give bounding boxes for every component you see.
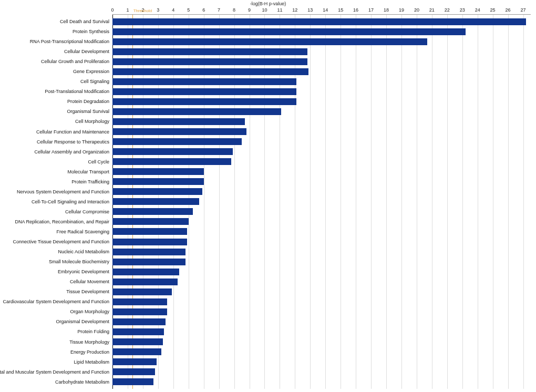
category-label: Molecular Transport xyxy=(67,169,112,175)
category-label: Protein Trafficking xyxy=(71,179,112,185)
bar xyxy=(112,198,199,205)
category-label: Cellular Development xyxy=(64,48,112,55)
x-tick-label: 20 xyxy=(414,7,419,13)
category-label: Carbohydrate Metabolism xyxy=(55,379,112,385)
bar xyxy=(112,348,161,355)
x-tick-label: 12 xyxy=(292,7,297,13)
x-tick-label: 1 xyxy=(126,7,129,13)
bar-row: Cell-To-Cell Signaling and Interaction xyxy=(112,198,531,205)
bar xyxy=(112,28,466,35)
bar xyxy=(112,259,185,265)
x-tick-label: 22 xyxy=(445,7,450,13)
bar-row: Cell Cycle xyxy=(112,158,531,166)
x-tick-label: 25 xyxy=(490,7,496,13)
x-tick-label: 21 xyxy=(429,7,435,13)
x-tick-label: 0 xyxy=(111,7,114,13)
bar-row: Cellular Assembly and Organization xyxy=(112,148,531,156)
bar xyxy=(112,108,281,115)
x-tick-label: 4 xyxy=(172,7,174,13)
bar-row: Embryonic Development xyxy=(112,268,531,275)
category-label: Cellular Function and Maintenance xyxy=(36,129,112,135)
category-label: Cardiovascular System Development and Fu… xyxy=(3,298,112,305)
plot-area: 0123456789101112131415161718192021222324… xyxy=(112,15,531,389)
x-tick-label: 7 xyxy=(218,7,220,13)
category-label: Cell Death and Survival xyxy=(60,18,112,25)
x-tick-label: 17 xyxy=(368,7,374,13)
x-tick-label: 8 xyxy=(233,7,235,13)
bar xyxy=(112,188,202,195)
category-label: Organismal Survival xyxy=(67,108,112,115)
category-label: Connective Tissue Development and Functi… xyxy=(13,239,112,245)
x-tick-label: 23 xyxy=(460,7,465,13)
category-label: DNA Replication, Recombination, and Repa… xyxy=(15,219,112,225)
category-label: Skeletal and Muscular System Development… xyxy=(0,369,112,375)
category-label: Lipid Metabolism xyxy=(74,359,112,365)
category-label: Gene Expression xyxy=(73,68,112,75)
bars-container: Cell Death and SurvivalProtein Synthesis… xyxy=(112,18,531,386)
category-label: Protein Synthesis xyxy=(73,28,112,35)
bar xyxy=(112,48,307,55)
category-label: Protein Folding xyxy=(77,328,112,335)
bar xyxy=(112,118,245,125)
category-label: Tissue Development xyxy=(66,288,112,295)
bar-row: Organismal Development xyxy=(112,318,531,325)
bar-row: Gene Expression xyxy=(112,68,531,75)
bar-row: Cellular Response to Therapeutics xyxy=(112,138,531,146)
bar xyxy=(112,178,204,185)
x-axis-line xyxy=(112,14,531,15)
x-tick-label: 11 xyxy=(277,7,282,13)
bar-row: DNA Replication, Recombination, and Repa… xyxy=(112,218,531,225)
bar-row: Small Molecule Biochemistry xyxy=(112,258,531,265)
x-tick-label: 10 xyxy=(262,7,267,13)
category-label: Cell-To-Cell Signaling and Interaction xyxy=(32,199,112,205)
bar-row: Lipid Metabolism xyxy=(112,358,531,366)
bar-row: Free Radical Scavenging xyxy=(112,228,531,235)
bar-row: Nucleic Acid Metabolism xyxy=(112,248,531,255)
category-label: Nucleic Acid Metabolism xyxy=(58,249,112,255)
category-label: Cellular Movement xyxy=(70,278,112,285)
bar-row: Connective Tissue Development and Functi… xyxy=(112,238,531,245)
threshold-label: Threshold xyxy=(133,8,152,13)
bar xyxy=(112,228,187,235)
bar xyxy=(112,249,185,255)
bar xyxy=(112,78,296,85)
bar-row: RNA Post-Transcriptional Modification xyxy=(112,38,531,45)
bar xyxy=(112,269,179,275)
bar-row: Tissue Morphology xyxy=(112,338,531,346)
bar xyxy=(112,278,178,285)
x-tick-label: 14 xyxy=(323,7,328,13)
x-tick-label: 15 xyxy=(338,7,343,13)
bar xyxy=(112,208,193,215)
category-label: Energy Production xyxy=(70,349,112,355)
bar-row: Protein Folding xyxy=(112,328,531,335)
category-label: Cellular Assembly and Organization xyxy=(34,149,112,155)
bar-row: Cellular Function and Maintenance xyxy=(112,128,531,136)
x-tick-label: 3 xyxy=(157,7,159,13)
bar-row: Cell Death and Survival xyxy=(112,18,531,25)
category-label: Cellular Growth and Proliferation xyxy=(41,58,112,65)
x-tick-label: 6 xyxy=(202,7,205,13)
bar xyxy=(112,318,166,325)
category-label: RNA Post-Transcriptional Modification xyxy=(30,38,112,45)
x-tick-label: 5 xyxy=(187,7,190,13)
bar-row: Nervous System Development and Function xyxy=(112,188,531,195)
bar xyxy=(112,168,204,175)
bar xyxy=(112,38,427,45)
category-label: Small Molecule Biochemistry xyxy=(49,259,112,265)
bar-row: Cellular Movement xyxy=(112,278,531,285)
category-label: Organismal Development xyxy=(56,318,112,325)
x-tick-label: 19 xyxy=(399,7,404,13)
bar xyxy=(112,98,296,105)
x-tick-label: 9 xyxy=(248,7,251,13)
bar-row: Post-Translational Modification xyxy=(112,88,531,95)
bar-row: Cell Signaling xyxy=(112,78,531,85)
x-tick-label: 24 xyxy=(475,7,480,13)
bar-row: Cellular Compromise xyxy=(112,208,531,215)
bar xyxy=(112,328,164,335)
bar xyxy=(112,18,526,25)
category-label: Cellular Compromise xyxy=(65,209,112,215)
bar xyxy=(112,148,233,155)
category-label: Cell Cycle xyxy=(88,159,112,165)
bar xyxy=(112,218,189,225)
bar xyxy=(112,88,296,95)
